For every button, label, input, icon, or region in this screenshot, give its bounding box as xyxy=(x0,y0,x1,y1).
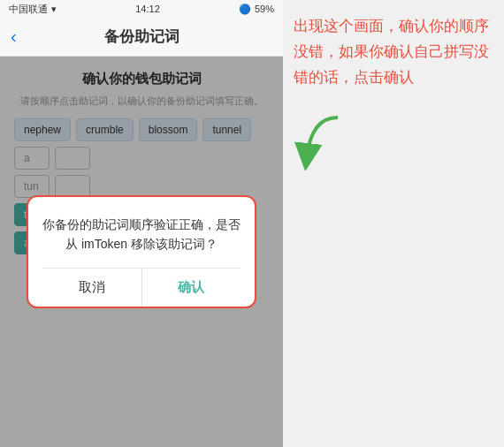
status-bar: 中国联通 ▾ 14:12 🔵 59% xyxy=(0,0,283,18)
green-arrow-icon xyxy=(294,109,355,170)
battery-label: 59% xyxy=(255,4,274,14)
back-button[interactable]: ‹ xyxy=(11,27,17,47)
dialog-buttons: 取消 确认 xyxy=(42,268,241,307)
wifi-icon: ▾ xyxy=(51,4,57,15)
nav-bar: ‹ 备份助记词 xyxy=(0,18,283,57)
annotation-panel: 出现这个画面，确认你的顺序没错，如果你确认自己拼写没错的话，点击确认 xyxy=(283,0,504,447)
status-left: 中国联通 ▾ xyxy=(9,3,57,16)
time-label: 14:12 xyxy=(135,4,160,14)
annotation-text: 出现这个画面，确认你的顺序没错，如果你确认自己拼写没错的话，点击确认 xyxy=(294,14,493,91)
dialog-cancel-button[interactable]: 取消 xyxy=(42,269,142,307)
phone-frame: 中国联通 ▾ 14:12 🔵 59% ‹ 备份助记词 确认你的钱包助记词 请按顺… xyxy=(0,0,283,447)
status-right: 🔵 59% xyxy=(239,4,274,15)
dialog-message: 你备份的助记词顺序验证正确，是否从 imToken 移除该助记词？ xyxy=(42,215,241,254)
dialog-box: 你备份的助记词顺序验证正确，是否从 imToken 移除该助记词？ 取消 确认 xyxy=(27,195,256,309)
bluetooth-icon: 🔵 xyxy=(239,4,251,15)
carrier-label: 中国联通 xyxy=(9,3,48,16)
dialog-ok-button[interactable]: 确认 xyxy=(142,269,241,307)
dialog-overlay: 你备份的助记词顺序验证正确，是否从 imToken 移除该助记词？ 取消 确认 xyxy=(0,57,283,447)
nav-title: 备份助记词 xyxy=(104,27,179,47)
